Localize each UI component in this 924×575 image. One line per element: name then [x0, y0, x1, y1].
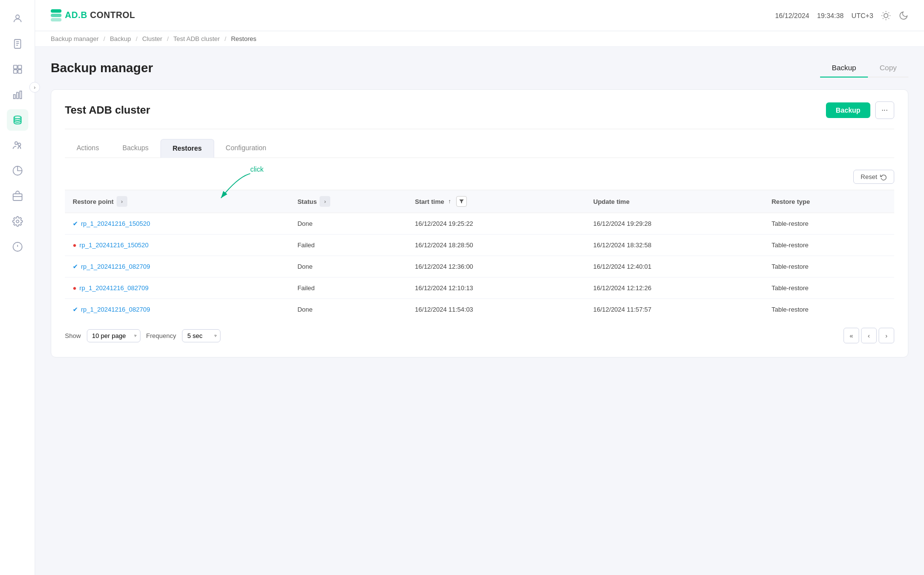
tab-backups[interactable]: Backups	[111, 139, 161, 158]
theme-sun-icon[interactable]	[881, 11, 891, 20]
frequency-select[interactable]: 5 sec 10 sec 30 sec	[182, 329, 221, 342]
header-date: 16/12/2024	[775, 12, 809, 20]
svg-line-25	[888, 18, 889, 19]
svg-rect-11	[20, 91, 21, 99]
tab-actions[interactable]: Actions	[65, 139, 111, 158]
svg-point-12	[14, 116, 21, 119]
header-timezone: UTC+3	[851, 12, 873, 20]
first-page-button[interactable]: «	[844, 328, 859, 343]
header-right: 16/12/2024 19:34:38 UTC+3	[775, 11, 908, 20]
col-restore-type: Restore type	[763, 190, 894, 213]
tab-restores[interactable]: Restores	[161, 139, 214, 158]
cell-update-time: 16/12/2024 11:57:57	[585, 299, 763, 320]
cell-start-time: 16/12/2024 11:54:03	[407, 299, 585, 320]
svg-rect-15	[13, 194, 21, 200]
svg-rect-7	[13, 70, 17, 73]
tab-configuration[interactable]: Configuration	[214, 139, 278, 158]
sidebar-item-settings[interactable]	[7, 211, 28, 232]
status-expand-btn[interactable]: ›	[320, 196, 330, 207]
cell-restore-type: Table-restore	[763, 213, 894, 235]
top-tabs: Backup Copy	[820, 59, 908, 78]
restores-table: Restore point › Status ›	[65, 190, 894, 320]
sidebar-item-pie[interactable]	[7, 160, 28, 181]
breadcrumb-backup[interactable]: Backup	[110, 35, 131, 42]
tab-backup[interactable]: Backup	[820, 59, 868, 78]
svg-point-17	[16, 220, 19, 223]
done-icon: ✔	[73, 306, 78, 313]
restore-point-link[interactable]: rp_1_20241216_150520	[81, 220, 150, 227]
sidebar-item-user[interactable]	[7, 8, 28, 29]
svg-rect-10	[17, 92, 19, 99]
start-time-filter-btn[interactable]	[456, 196, 467, 207]
sidebar-toggle-button[interactable]: ›	[29, 82, 40, 93]
cell-restore-point: ✔rp_1_20241216_150520	[65, 213, 290, 235]
page-title-row: Backup manager Backup Copy	[51, 59, 908, 78]
prev-page-button[interactable]: ‹	[861, 328, 877, 343]
restore-point-expand-btn[interactable]: ›	[117, 196, 127, 207]
svg-point-21	[884, 13, 888, 17]
sidebar-item-document[interactable]	[7, 33, 28, 55]
reset-icon	[880, 174, 887, 180]
failed-icon: ●	[73, 241, 77, 249]
top-header: AD.B CONTROL 16/12/2024 19:34:38 UTC+3	[35, 0, 924, 31]
page-title: Backup manager	[51, 60, 153, 76]
cell-start-time: 16/12/2024 12:36:00	[407, 256, 585, 278]
cell-restore-point: ✔rp_1_20241216_082709	[65, 256, 290, 278]
cell-restore-point: ●rp_1_20241216_150520	[65, 235, 290, 256]
breadcrumb-test-adb-cluster[interactable]: Test ADB cluster	[173, 35, 220, 42]
svg-rect-6	[18, 65, 21, 69]
cluster-name: Test ADB cluster	[65, 104, 150, 117]
cell-update-time: 16/12/2024 18:32:58	[585, 235, 763, 256]
col-update-time: Update time	[585, 190, 763, 213]
reset-button[interactable]: Reset	[853, 170, 894, 184]
breadcrumb-cluster[interactable]: Cluster	[142, 35, 162, 42]
sidebar-item-dashboard[interactable]	[7, 59, 28, 80]
cell-restore-type: Table-restore	[763, 235, 894, 256]
restore-point-link[interactable]: rp_1_20241216_150520	[80, 241, 149, 249]
backup-button[interactable]: Backup	[826, 102, 870, 118]
restore-point-link[interactable]: rp_1_20241216_082709	[80, 284, 149, 292]
svg-line-24	[883, 12, 884, 13]
cell-status: Failed	[290, 235, 407, 256]
table-row: ●rp_1_20241216_150520 Failed 16/12/2024 …	[65, 235, 894, 256]
table-area: click	[65, 190, 894, 320]
col-start-time: Start time ↑	[407, 190, 585, 213]
restore-point-link[interactable]: rp_1_20241216_082709	[81, 306, 150, 313]
tab-copy[interactable]: Copy	[868, 59, 908, 78]
breadcrumb: Backup manager / Backup / Cluster / Test…	[35, 31, 924, 47]
svg-point-14	[18, 143, 20, 146]
cell-update-time: 16/12/2024 12:12:26	[585, 278, 763, 299]
restore-point-link[interactable]: rp_1_20241216_082709	[81, 263, 150, 270]
sidebar-item-database[interactable]	[7, 109, 28, 131]
failed-icon: ●	[73, 284, 77, 292]
main-area: AD.B CONTROL 16/12/2024 19:34:38 UTC+3 B…	[35, 0, 924, 575]
done-icon: ✔	[73, 220, 78, 227]
theme-moon-icon[interactable]	[899, 11, 908, 20]
frequency-label: Frequency	[146, 332, 176, 339]
col-status: Status ›	[290, 190, 407, 213]
cell-status: Done	[290, 299, 407, 320]
footer-left: Show 10 per page 25 per page 50 per page…	[65, 329, 221, 342]
sidebar-item-analytics[interactable]	[7, 84, 28, 105]
cell-status: Done	[290, 213, 407, 235]
table-row: ✔rp_1_20241216_082709 Done 16/12/2024 11…	[65, 299, 894, 320]
cluster-actions: Backup ···	[826, 101, 894, 119]
page-content: Backup manager Backup Copy Test ADB clus…	[35, 47, 924, 575]
more-actions-button[interactable]: ···	[875, 101, 894, 119]
sidebar-item-briefcase[interactable]	[7, 185, 28, 207]
sidebar-item-info[interactable]	[7, 236, 28, 258]
next-page-button[interactable]: ›	[879, 328, 894, 343]
svg-point-0	[16, 15, 19, 19]
breadcrumb-backup-manager[interactable]: Backup manager	[51, 35, 99, 42]
cluster-title-row: Test ADB cluster Backup ···	[65, 101, 894, 119]
breadcrumb-restores: Restores	[231, 35, 256, 42]
logo-text: AD.B CONTROL	[65, 10, 135, 20]
cell-start-time: 16/12/2024 19:25:22	[407, 213, 585, 235]
table-row: ✔rp_1_20241216_082709 Done 16/12/2024 12…	[65, 256, 894, 278]
svg-point-13	[15, 142, 18, 145]
per-page-select[interactable]: 10 per page 25 per page 50 per page	[87, 329, 141, 342]
cell-status: Done	[290, 256, 407, 278]
svg-rect-8	[18, 70, 21, 73]
sidebar-item-users[interactable]	[7, 135, 28, 156]
cell-restore-type: Table-restore	[763, 299, 894, 320]
